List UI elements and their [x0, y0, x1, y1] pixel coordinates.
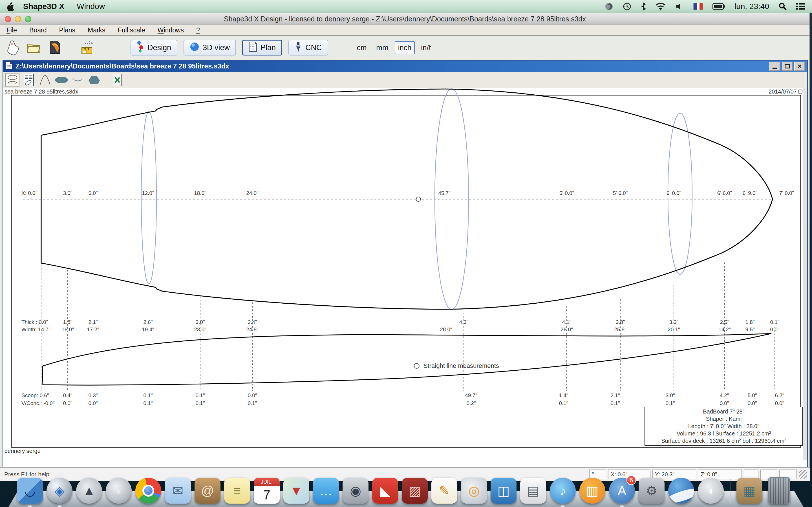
- open-folder-icon[interactable]: [26, 40, 42, 56]
- dock-trash[interactable]: [766, 478, 792, 504]
- pointer-glove-icon[interactable]: [5, 40, 21, 56]
- volume-icon[interactable]: [675, 3, 684, 10]
- unit-mm[interactable]: mm: [373, 41, 392, 54]
- notification-center-icon[interactable]: [796, 3, 805, 10]
- board-file-icon[interactable]: [47, 40, 63, 56]
- menu-plans[interactable]: Plans: [53, 26, 82, 34]
- dock-launchpad[interactable]: ▲: [76, 478, 102, 504]
- cross-section-icon[interactable]: [87, 73, 101, 87]
- google-earth-icon[interactable]: [668, 478, 694, 504]
- iphoto-icon[interactable]: ◎: [461, 478, 487, 504]
- dock-app-store[interactable]: A6: [609, 478, 635, 504]
- foil-curve-icon[interactable]: [38, 73, 52, 87]
- photos-app-icon[interactable]: ▤: [520, 478, 546, 504]
- ibooks-icon[interactable]: ▥: [579, 478, 605, 504]
- dock-silver-disc-app[interactable]: ◗: [106, 478, 132, 504]
- dock-notes[interactable]: ≡: [224, 478, 250, 504]
- menu-fullscale[interactable]: Full scale: [112, 26, 151, 34]
- cnc-button[interactable]: CNC: [289, 40, 328, 55]
- dock-google-earth[interactable]: [668, 478, 694, 504]
- spotlight-icon[interactable]: [779, 3, 786, 10]
- maps-icon[interactable]: ▼: [283, 478, 309, 504]
- bottom-curve-icon[interactable]: [71, 73, 85, 87]
- dock-ibooks[interactable]: ▥: [579, 478, 605, 504]
- silver-disc-app-icon[interactable]: ◗: [106, 478, 132, 504]
- gray-crescent-app-icon[interactable]: ◖: [698, 478, 724, 504]
- facetime-icon[interactable]: ◉: [343, 478, 368, 504]
- chrome-icon[interactable]: [135, 478, 161, 504]
- dock-sketchup[interactable]: ◣: [372, 478, 398, 504]
- sketchup-icon[interactable]: ◣: [372, 478, 398, 504]
- apple-menu-icon[interactable]: [7, 2, 15, 11]
- dock-finder[interactable]: ◡: [17, 478, 43, 504]
- finder-icon[interactable]: ◡: [17, 478, 43, 504]
- mdi-titlebar[interactable]: Z:\Users\dennery\Documents\Boards\sea br…: [3, 61, 807, 72]
- messages-icon[interactable]: …: [313, 478, 339, 504]
- dock-safari[interactable]: ◈: [47, 478, 72, 504]
- menu-marks[interactable]: Marks: [82, 26, 112, 34]
- vertical-scrollbar[interactable]: [803, 88, 807, 460]
- photo-booth-icon[interactable]: ▨: [402, 478, 428, 504]
- export-excel-icon[interactable]: [110, 73, 124, 87]
- contacts-icon[interactable]: @: [195, 478, 220, 504]
- plan-button[interactable]: Plan: [242, 40, 282, 55]
- design-button[interactable]: Design: [131, 40, 177, 55]
- pages-icon[interactable]: ✎: [432, 478, 457, 504]
- dock-chrome[interactable]: [135, 478, 161, 504]
- dock-keynote[interactable]: ◫: [491, 478, 516, 504]
- window-titlebar[interactable]: Shape3d X Design - licensed to dennery s…: [0, 13, 809, 25]
- dock-facetime[interactable]: ◉: [343, 478, 368, 504]
- time-machine-icon[interactable]: [623, 2, 631, 11]
- dock-contacts[interactable]: @: [195, 478, 220, 504]
- menu-file[interactable]: File: [0, 26, 23, 34]
- calendar-icon[interactable]: JUIL.7: [254, 478, 280, 504]
- straight-line-radio[interactable]: Straight line measurements: [414, 362, 499, 370]
- unit-cm[interactable]: cm: [354, 41, 370, 54]
- keynote-icon[interactable]: ◫: [491, 478, 516, 504]
- dock-system-preferences[interactable]: ⚙: [639, 478, 665, 504]
- dock-photos-app[interactable]: ▤: [520, 478, 546, 504]
- unit-in-f[interactable]: in/f: [417, 41, 434, 54]
- mdi-minimize-button[interactable]: [769, 62, 780, 71]
- menu-[interactable]: ?: [190, 26, 206, 34]
- menu-board[interactable]: Board: [23, 26, 53, 34]
- menu-windows[interactable]: Windows: [151, 26, 190, 34]
- menubar-clock[interactable]: lun. 23:40: [734, 2, 769, 11]
- menubar-app-name[interactable]: Shape3D X: [23, 2, 64, 11]
- dock-itunes[interactable]: ♪: [550, 478, 576, 504]
- measurements-table-icon[interactable]: [22, 73, 36, 87]
- dock-calendar[interactable]: JUIL.7: [254, 478, 280, 504]
- dock-photo-booth[interactable]: ▨: [402, 478, 428, 504]
- battery-icon[interactable]: [712, 3, 725, 10]
- mdi-close-button[interactable]: ×: [794, 62, 805, 71]
- mdi-maximize-button[interactable]: [782, 62, 793, 71]
- board-plan-view[interactable]: [3, 88, 803, 460]
- dock-mail[interactable]: ✉: [165, 478, 191, 504]
- ruler-icon[interactable]: [80, 40, 96, 56]
- dock-messages[interactable]: …: [313, 478, 339, 504]
- mail-icon[interactable]: ✉: [165, 478, 191, 504]
- wifi-icon[interactable]: [656, 3, 666, 10]
- itunes-icon[interactable]: ♪: [550, 478, 576, 504]
- 3d-view-button[interactable]: 3D view: [184, 40, 236, 55]
- dock-maps[interactable]: ▼: [283, 478, 309, 504]
- outline-view-icon[interactable]: [5, 73, 19, 87]
- trash-icon[interactable]: [768, 477, 790, 504]
- plan-shape-icon[interactable]: [54, 73, 68, 87]
- safari-icon[interactable]: ◈: [47, 478, 72, 504]
- notes-icon[interactable]: ≡: [224, 478, 250, 504]
- unit-inch[interactable]: inch: [395, 41, 415, 54]
- dock-pages[interactable]: ✎: [432, 478, 457, 504]
- bluetooth-icon[interactable]: [641, 2, 646, 11]
- dock-documents-stack[interactable]: ▦: [737, 478, 762, 504]
- menubar-window-menu[interactable]: Window: [77, 2, 105, 11]
- radio-circle-icon[interactable]: [414, 363, 419, 369]
- swirl-status-icon[interactable]: [605, 2, 613, 11]
- launchpad-icon[interactable]: ▲: [76, 478, 102, 504]
- date-checkbox[interactable]: [799, 90, 802, 94]
- system-preferences-icon[interactable]: ⚙: [639, 478, 665, 504]
- input-language-flag-fr[interactable]: [693, 3, 703, 10]
- documents-stack-icon[interactable]: ▦: [737, 478, 762, 504]
- dock-iphoto[interactable]: ◎: [461, 478, 487, 504]
- dock-gray-crescent-app[interactable]: ◖: [698, 478, 724, 504]
